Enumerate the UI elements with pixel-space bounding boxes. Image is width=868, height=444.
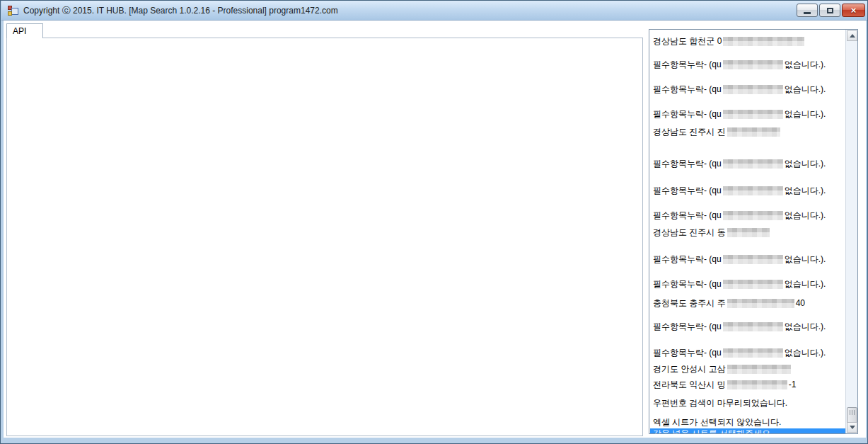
log-item[interactable]: 경상남도 진주시 동 bbox=[653, 227, 845, 238]
minimize-button[interactable] bbox=[797, 4, 818, 17]
log-item[interactable]: 경기도 안성시 고삼 bbox=[653, 364, 845, 375]
redacted-region bbox=[723, 211, 783, 220]
log-item[interactable]: 충청북도 충주시 주40 bbox=[653, 298, 845, 309]
tab-api[interactable]: API bbox=[6, 23, 43, 38]
arrow-up-icon bbox=[850, 34, 855, 38]
app-window: Copyright ⓒ 2015. IT HUB. [Map Search 1.… bbox=[0, 0, 868, 444]
redacted-region bbox=[723, 159, 783, 169]
maximize-button[interactable] bbox=[819, 4, 840, 17]
log-item[interactable]: 전라북도 익산시 밍-1 bbox=[653, 380, 845, 390]
thumb-grip bbox=[850, 410, 855, 415]
log-item[interactable]: 필수항목누락- (qu없습니다.). bbox=[653, 348, 845, 358]
titlebar[interactable]: Copyright ⓒ 2015. IT HUB. [Map Search 1.… bbox=[1, 1, 868, 21]
log-item[interactable]: 필수항목누락- (qu없습니다.). bbox=[653, 84, 845, 95]
log-item[interactable]: 필수항목누락- (qu없습니다.). bbox=[653, 109, 845, 120]
arrow-down-icon bbox=[850, 426, 855, 429]
redacted-region bbox=[723, 60, 783, 69]
log-item[interactable]: 필수항목누락- (qu없습니다.). bbox=[653, 210, 845, 221]
log-item[interactable]: 필수항목누락- (qu없습니다.). bbox=[653, 321, 845, 332]
log-item[interactable]: 엑셀 시트가 선택되지 않았습니다. bbox=[653, 417, 845, 428]
scroll-down-button[interactable] bbox=[847, 422, 857, 433]
redacted-region bbox=[723, 186, 783, 195]
log-vertical-scrollbar[interactable] bbox=[845, 30, 857, 433]
scroll-up-button[interactable] bbox=[847, 30, 857, 41]
log-item[interactable]: 필수항목누락- (qu없습니다.). bbox=[653, 254, 845, 265]
close-button[interactable]: × bbox=[842, 4, 865, 17]
redacted-region bbox=[727, 127, 780, 137]
window-title: Copyright ⓒ 2015. IT HUB. [Map Search 1.… bbox=[23, 1, 338, 21]
log-item[interactable]: 필수항목누락- (qu없습니다.). bbox=[653, 59, 845, 70]
log-item[interactable]: 경상남도 진주시 진 bbox=[653, 127, 845, 137]
redacted-region bbox=[727, 365, 791, 374]
app-icon bbox=[8, 6, 19, 16]
redacted-region bbox=[723, 110, 783, 119]
maximize-icon bbox=[827, 8, 833, 13]
log-item[interactable]: 필수항목누락- (qu없습니다.). bbox=[653, 186, 845, 196]
redacted-region bbox=[723, 85, 783, 94]
redacted-region bbox=[723, 322, 783, 331]
redacted-region bbox=[723, 255, 783, 264]
close-icon: × bbox=[851, 4, 857, 16]
redacted-region bbox=[727, 380, 787, 389]
redacted-region bbox=[723, 280, 783, 289]
log-item[interactable]: 필수항목누락- (qu없습니다.). bbox=[653, 279, 845, 290]
log-item[interactable]: 우편번호 검색이 마무리되었습니다. bbox=[653, 398, 845, 409]
tab-page-api bbox=[6, 38, 643, 436]
log-item[interactable]: 필수항목누락- (qu없습니다.). bbox=[653, 159, 845, 169]
log-item[interactable]: 경상남도 합천군 0 bbox=[653, 36, 845, 47]
minimize-icon bbox=[804, 12, 811, 14]
redacted-region bbox=[723, 348, 783, 358]
redacted-region bbox=[723, 37, 804, 46]
log-listbox[interactable]: 경상남도 합천군 0필수항목누락- (qu없습니다.).필수항목누락- (qu없… bbox=[649, 29, 858, 434]
redacted-region bbox=[727, 228, 770, 237]
redacted-region bbox=[727, 299, 794, 308]
log-item-selected[interactable]: 값을 넣을 시트를 선택해주세요. bbox=[650, 428, 845, 434]
